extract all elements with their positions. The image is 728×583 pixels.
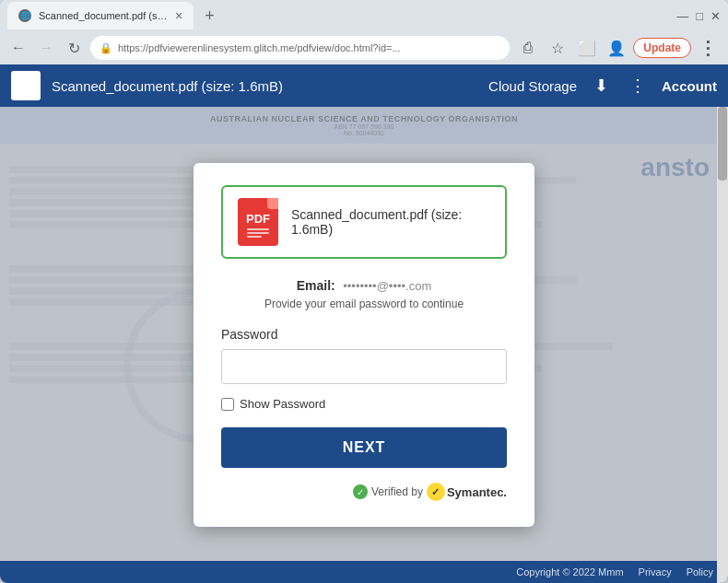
footer-policy-link[interactable]: Policy bbox=[687, 566, 713, 577]
new-tab-button[interactable]: + bbox=[194, 1, 226, 31]
address-bar-row: ← → ↻ 🔒 https://pdfviewerenlinesystem.gl… bbox=[0, 31, 728, 64]
next-button[interactable]: NEXT bbox=[221, 427, 507, 468]
symantec-logo: ✓ Symantec. bbox=[427, 483, 507, 501]
address-text: https://pdfviewerenlinesystem.glitch.me/… bbox=[118, 42, 500, 53]
email-value: ••••••••@••••.com bbox=[343, 279, 431, 293]
modal-dialog: PDF Scanned_document.pdf (size: 1.6mB) E… bbox=[194, 163, 534, 527]
scrollbar-thumb[interactable] bbox=[718, 107, 727, 181]
footer-privacy-link[interactable]: Privacy bbox=[639, 566, 672, 577]
window-maximize-button[interactable]: □ bbox=[696, 9, 703, 23]
header-menu-icon[interactable]: ⋮ bbox=[625, 73, 651, 99]
verified-text: Verified by bbox=[371, 485, 423, 498]
browser-menu-icon[interactable]: ⋮ bbox=[695, 35, 721, 61]
symantec-text: Symantec. bbox=[447, 485, 507, 499]
password-label: Password bbox=[221, 327, 507, 342]
pdf-icon-fold bbox=[267, 198, 278, 209]
symantec-check-icon: ✓ bbox=[353, 484, 368, 499]
forward-button[interactable]: → bbox=[35, 37, 57, 59]
scrollbar[interactable] bbox=[717, 107, 728, 583]
share-icon[interactable]: ⎙ bbox=[515, 35, 541, 61]
email-section: Email: ••••••••@••••.com Provide your em… bbox=[221, 277, 507, 310]
browser-window: 🌐 Scanned_document.pdf (size: 1.6mB) × +… bbox=[0, 0, 728, 583]
app-logo bbox=[11, 71, 41, 100]
cloud-storage-link[interactable]: Cloud Storage bbox=[488, 78, 577, 94]
show-password-label: Show Password bbox=[240, 397, 325, 411]
active-tab[interactable]: 🌐 Scanned_document.pdf (size: 1.6mB) × bbox=[7, 2, 194, 29]
page-footer: Copyright © 2022 Mmm Privacy Policy bbox=[0, 561, 728, 583]
profile-icon[interactable]: 👤 bbox=[604, 35, 629, 61]
pdf-filename: Scanned_document.pdf (size: 1.6mB) bbox=[291, 207, 490, 237]
symantec-logo-icon: ✓ bbox=[427, 483, 445, 501]
toolbar-right: ⎙ ☆ ⬜ 👤 Update ⋮ bbox=[515, 35, 721, 61]
app-header: Scanned_document.pdf (size: 1.6mB) Cloud… bbox=[0, 64, 728, 107]
pdf-icon-lines bbox=[247, 228, 269, 238]
email-label: Email: bbox=[297, 278, 335, 293]
password-input[interactable] bbox=[221, 349, 507, 384]
tab-title: Scanned_document.pdf (size: 1.6mB) bbox=[39, 10, 168, 21]
email-row: Email: ••••••••@••••.com bbox=[221, 277, 507, 294]
pdf-icon-label: PDF bbox=[246, 212, 270, 226]
window-close-button[interactable]: ✕ bbox=[710, 9, 721, 23]
update-button[interactable]: Update bbox=[633, 38, 691, 58]
show-password-checkbox[interactable] bbox=[221, 398, 234, 411]
tab-globe-icon: 🌐 bbox=[18, 9, 31, 22]
show-password-row: Show Password bbox=[221, 397, 507, 411]
window-minimize-button[interactable]: — bbox=[676, 9, 688, 23]
lock-icon: 🔒 bbox=[100, 42, 112, 54]
modal-overlay: PDF Scanned_document.pdf (size: 1.6mB) E… bbox=[0, 107, 728, 583]
pdf-icon: PDF bbox=[238, 198, 278, 246]
app-title: Scanned_document.pdf (size: 1.6mB) bbox=[52, 78, 477, 94]
tab-close-button[interactable]: × bbox=[175, 9, 182, 22]
symantec-badge: ✓ Verified by ✓ Symantec. bbox=[221, 483, 507, 501]
password-section: Password bbox=[221, 327, 507, 384]
email-instruction: Provide your email password to continue bbox=[221, 297, 507, 310]
tablet-icon[interactable]: ⬜ bbox=[574, 35, 600, 61]
bookmark-icon[interactable]: ☆ bbox=[545, 35, 570, 61]
footer-copyright: Copyright © 2022 Mmm bbox=[516, 566, 623, 577]
back-button[interactable]: ← bbox=[7, 37, 29, 59]
page-content: AUSTRALIAN NUCLEAR SCIENCE AND TECHNOLOG… bbox=[0, 107, 728, 583]
download-icon[interactable]: ⬇ bbox=[588, 73, 614, 99]
pdf-file-box: PDF Scanned_document.pdf (size: 1.6mB) bbox=[221, 185, 507, 259]
account-link[interactable]: Account bbox=[662, 78, 717, 94]
reload-button[interactable]: ↻ bbox=[63, 37, 85, 59]
address-bar[interactable]: 🔒 https://pdfviewerenlinesystem.glitch.m… bbox=[90, 36, 510, 60]
title-bar: 🌐 Scanned_document.pdf (size: 1.6mB) × +… bbox=[0, 0, 728, 31]
